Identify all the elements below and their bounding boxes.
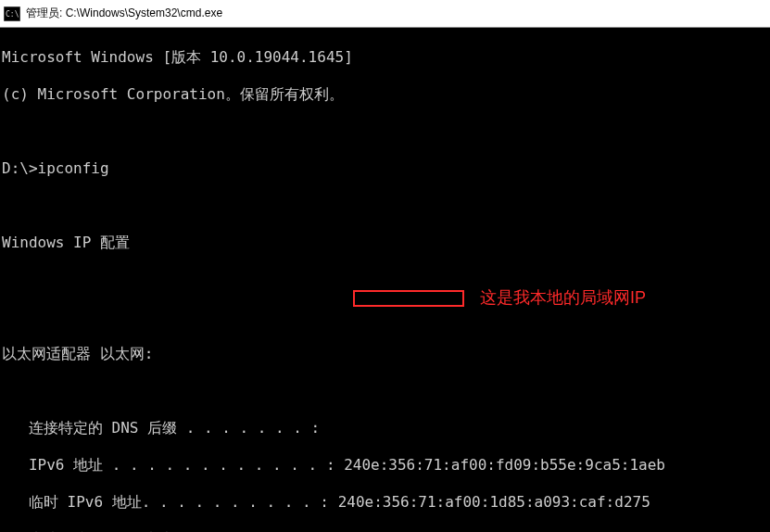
terminal-output[interactable]: Microsoft Windows [版本 10.0.19044.1645] (… xyxy=(0,28,770,532)
ipv6-label: IPv6 地址 . . . . . . . . . . . . : xyxy=(2,456,344,474)
blank-line xyxy=(2,196,768,215)
blank-line xyxy=(2,382,768,400)
command: ipconfig xyxy=(38,159,109,177)
ipv4-highlight-box xyxy=(353,290,464,307)
svg-text:C:\: C:\ xyxy=(6,10,19,19)
titlebar[interactable]: C:\ 管理员: C:\Windows\System32\cmd.exe xyxy=(0,0,770,28)
copyright-line: (c) Microsoft Corporation。保留所有权利。 xyxy=(2,85,768,104)
adapter1-dns-suffix: 连接特定的 DNS 后缀 . . . . . . . : xyxy=(2,419,768,437)
window-title: 管理员: C:\Windows\System32\cmd.exe xyxy=(26,6,222,21)
blank-line xyxy=(2,308,768,326)
cmd-icon: C:\ xyxy=(4,6,20,21)
blank-line xyxy=(2,122,768,141)
adapter1-temp-ipv6-row: 临时 IPv6 地址. . . . . . . . . . : 240e:356… xyxy=(2,493,768,512)
prompt: D:\> xyxy=(2,159,38,177)
blank-line xyxy=(2,271,768,289)
adapter1-header: 以太网适配器 以太网: xyxy=(2,345,768,363)
version-line: Microsoft Windows [版本 10.0.19044.1645] xyxy=(2,48,768,67)
annotation-text: 这是我本地的局域网IP xyxy=(480,288,646,307)
ipv6-value: 240e:356:71:af00:fd09:b55e:9ca5:1aeb xyxy=(344,456,665,474)
adapter1-ipv6-row: IPv6 地址 . . . . . . . . . . . . : 240e:3… xyxy=(2,456,768,475)
ipconfig-header: Windows IP 配置 xyxy=(2,234,768,252)
prompt-line: D:\>ipconfig xyxy=(2,159,768,178)
temp-ipv6-label: 临时 IPv6 地址. . . . . . . . . . : xyxy=(2,493,338,511)
temp-ipv6-value: 240e:356:71:af00:1d85:a093:caf:d275 xyxy=(338,493,650,511)
